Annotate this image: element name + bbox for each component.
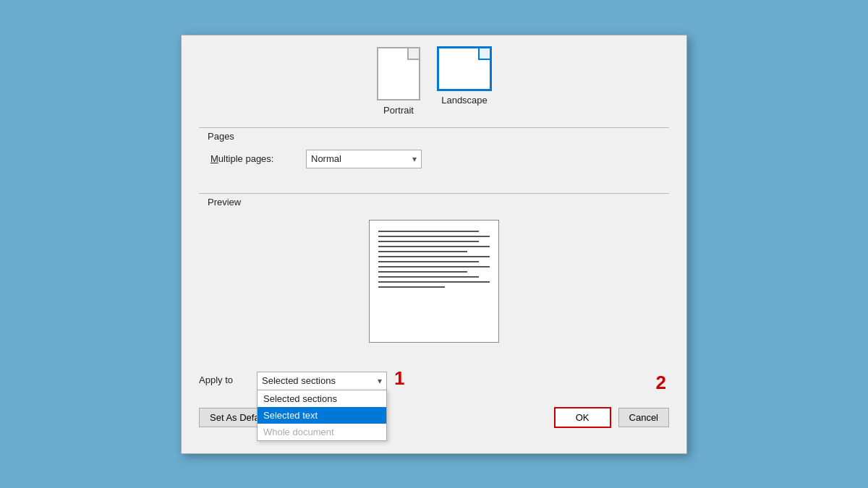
multiple-pages-arrow: ▾ — [412, 154, 417, 164]
cancel-button[interactable]: Cancel — [618, 408, 669, 427]
landscape-label: Landscape — [441, 95, 488, 106]
pages-section-title: Pages — [205, 131, 237, 142]
ok-button[interactable]: OK — [554, 407, 611, 428]
dropdown-item-whole-document[interactable]: Whole document — [258, 424, 386, 440]
portrait-icon — [377, 47, 420, 100]
apply-to-label: Apply to — [199, 374, 250, 385]
multiple-pages-row: Multiple pages: Normal ▾ — [210, 150, 658, 168]
preview-line-5 — [378, 251, 467, 252]
apply-row: Apply to Selected sections ▾ Selected se… — [182, 366, 686, 394]
portrait-option[interactable]: Portrait — [377, 47, 420, 116]
preview-page — [369, 220, 499, 343]
apply-dropdown-container: Selected sections ▾ Selected sections Se… — [257, 372, 387, 390]
annotation-1: 1 — [394, 367, 404, 390]
preview-line-4 — [378, 246, 490, 247]
preview-line-7 — [378, 261, 479, 262]
page-setup-dialog: Portrait Landscape Pages Multiple pages:… — [181, 35, 687, 454]
dropdown-item-selected-text[interactable]: Selected text — [258, 407, 386, 424]
preview-line-6 — [378, 256, 490, 257]
apply-to-select[interactable]: Selected sections ▾ — [257, 372, 387, 390]
multiple-pages-value: Normal — [311, 153, 409, 164]
multiple-pages-label: Multiple pages: — [210, 153, 297, 164]
preview-line-9 — [378, 271, 467, 273]
apply-to-value: Selected sections — [262, 375, 375, 386]
pages-section: Pages Multiple pages: Normal ▾ — [199, 127, 669, 181]
preview-line-3 — [378, 241, 479, 242]
preview-line-12 — [378, 286, 445, 288]
landscape-option[interactable]: Landscape — [438, 47, 491, 116]
preview-area — [199, 208, 669, 354]
preview-line-10 — [378, 276, 479, 278]
landscape-icon — [438, 47, 491, 90]
apply-to-arrow: ▾ — [378, 376, 382, 386]
annotation-2: 2 — [656, 372, 666, 394]
preview-line-8 — [378, 266, 490, 267]
preview-line-11 — [378, 281, 490, 283]
orientation-row: Portrait Landscape — [199, 47, 669, 116]
apply-dropdown-list: Selected sections Selected text Whole do… — [257, 390, 387, 441]
portrait-label: Portrait — [383, 105, 414, 116]
multiple-pages-select[interactable]: Normal ▾ — [306, 150, 422, 168]
preview-title: Preview — [205, 197, 244, 207]
preview-line-2 — [378, 236, 490, 237]
preview-line-1 — [378, 231, 479, 232]
preview-section: Preview — [199, 193, 669, 354]
dropdown-item-selected-sections[interactable]: Selected sections — [258, 390, 386, 407]
